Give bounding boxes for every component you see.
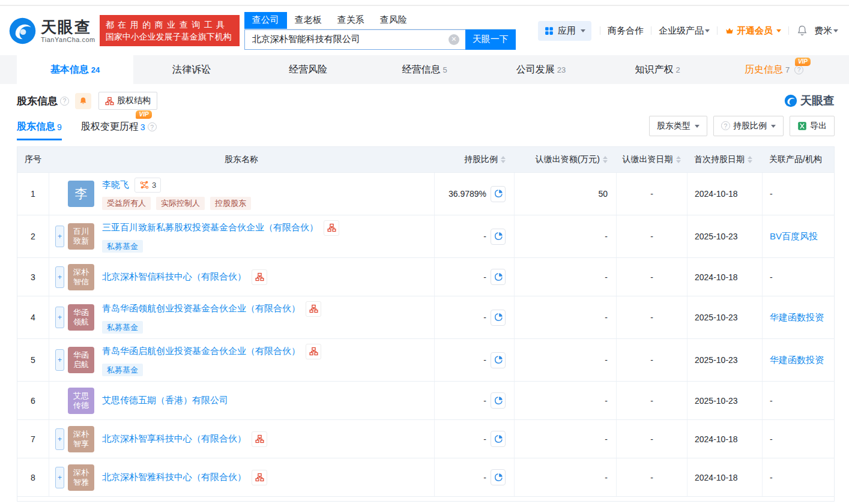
clear-icon[interactable]: ✕ xyxy=(449,34,459,45)
related-product-link[interactable]: 华建函数投资 xyxy=(770,355,824,366)
shareholder-name-link[interactable]: 艾思传德五期（香港）有限公司 xyxy=(102,395,228,406)
vip-badge: VIP xyxy=(136,110,151,119)
shareholder-name-link[interactable]: 北京深朴智信科技中心（有限合伙） xyxy=(102,271,246,283)
export-button[interactable]: 导出 xyxy=(790,116,835,136)
tab-operational-risk[interactable]: 经营风险 xyxy=(250,55,366,84)
pay-date-cell: - xyxy=(616,173,687,215)
expand-button[interactable]: + xyxy=(55,307,64,328)
column-header-subscribed-date[interactable]: 认缴出资日期 xyxy=(616,147,687,172)
pay-date-cell: - xyxy=(616,458,687,496)
holding-ratio-filter[interactable]: ?持股比例 xyxy=(713,116,784,136)
column-label: 关联产品/机构 xyxy=(769,154,822,165)
equity-chart-button[interactable] xyxy=(306,344,321,359)
notifications-bell-icon[interactable] xyxy=(793,25,812,37)
shareholder-cell: +深朴智享北京深朴智享科技中心（有限合伙） xyxy=(49,420,434,458)
user-menu[interactable]: 费米 xyxy=(812,25,841,37)
equity-chart-button[interactable] xyxy=(252,470,267,485)
top-nav: 应用 商务合作 企业级产品 开通会员 费米 xyxy=(538,21,841,41)
apps-button[interactable]: 应用 xyxy=(538,21,591,41)
shareholder-tag: 私募基金 xyxy=(102,240,143,253)
shareholder-name-link[interactable]: 三亚百川致新私募股权投资基金合伙企业（有限合伙） xyxy=(102,222,318,233)
shareholder-cell: +李李晓飞3受益所有人实际控制人控股股东 xyxy=(49,173,434,215)
section-header: 股东信息 ? 股权结构 天眼查 xyxy=(0,84,849,110)
related-cell: - xyxy=(762,258,834,296)
related-product-link[interactable]: BV百度风投 xyxy=(770,231,818,242)
tab-company-development[interactable]: 公司发展23 xyxy=(483,55,599,84)
vip-membership-button[interactable]: 开通会员 xyxy=(721,25,785,37)
help-icon: ? xyxy=(721,121,730,130)
sort-icon[interactable] xyxy=(501,156,506,163)
ratio-pie-button[interactable] xyxy=(491,310,506,326)
subtab-shareholders[interactable]: 股东信息9 xyxy=(17,111,62,140)
tianyancha-swirl-icon xyxy=(784,94,797,107)
expand-button[interactable]: + xyxy=(55,428,64,450)
equity-chart-button[interactable] xyxy=(324,220,339,236)
expand-button[interactable]: + xyxy=(55,266,64,288)
pie-chart-icon xyxy=(494,434,503,444)
equity-chart-button[interactable] xyxy=(306,301,321,317)
expand-button[interactable]: + xyxy=(55,349,64,371)
ratio-pie-button[interactable] xyxy=(491,269,506,285)
vip-label: 开通会员 xyxy=(737,25,773,37)
relation-graph-button[interactable]: 3 xyxy=(134,178,161,193)
tianyancha-watermark: 天眼查 xyxy=(784,93,835,109)
tab-business-info[interactable]: 经营信息5 xyxy=(366,55,483,84)
expand-button[interactable]: + xyxy=(55,226,64,247)
sort-icon[interactable] xyxy=(603,156,608,163)
tab-legal-litigation[interactable]: 法律诉讼 xyxy=(133,55,250,84)
relation-count: 3 xyxy=(152,181,156,190)
tianyancha-logo[interactable]: 天眼查 TianYanCha.com xyxy=(8,17,95,45)
page: { "ui": {"vip": "VIP", "expand": "+", "h… xyxy=(0,0,849,504)
column-header-holding-ratio[interactable]: 持股比例 xyxy=(434,147,514,172)
search-tab-company[interactable]: 查公司 xyxy=(244,12,287,29)
shareholder-section: 股东信息 ? 股权结构 天眼查 股东信息9股权变更历程3VIP? 股东类型 ?持… xyxy=(0,84,849,502)
shareholder-name-link[interactable]: 北京深朴智雅科技中心（有限合伙） xyxy=(102,472,246,483)
sort-icon[interactable] xyxy=(748,156,752,163)
row-index: 6 xyxy=(17,382,49,419)
equity-chart-button[interactable] xyxy=(252,431,267,447)
shareholder-cell: +艾思传德艾思传德五期（香港）有限公司 xyxy=(49,382,434,419)
search-tab-boss[interactable]: 查老板 xyxy=(287,12,330,29)
shareholder-type-filter[interactable]: 股东类型 xyxy=(649,116,707,136)
subscribe-bell-button[interactable] xyxy=(75,93,91,109)
expand-button[interactable]: + xyxy=(55,467,64,488)
pay-date-cell: - xyxy=(616,258,687,296)
shareholder-name-link[interactable]: 李晓飞 xyxy=(102,179,129,191)
tab-history-info[interactable]: 历史信息7VIP? xyxy=(716,55,832,84)
ratio-pie-button[interactable] xyxy=(491,229,506,245)
search-button[interactable]: 天眼一下 xyxy=(465,29,516,50)
related-product-link[interactable]: 华建函数投资 xyxy=(770,312,824,323)
help-icon[interactable]: ? xyxy=(60,97,69,106)
sort-icon[interactable] xyxy=(676,156,681,163)
table-row: 2+百川致新三亚百川致新私募股权投资基金合伙企业（有限合伙）私募基金---202… xyxy=(17,215,834,257)
enterprise-products-menu[interactable]: 企业级产品 xyxy=(655,25,713,37)
avatar: 华函领航 xyxy=(68,304,94,331)
table-row: 7+深朴智享北京深朴智享科技中心（有限合伙）---2024-10-18- xyxy=(17,419,834,458)
search-input[interactable] xyxy=(244,29,465,50)
column-header-subscribed-amount[interactable]: 认缴出资额(万元) xyxy=(514,147,616,172)
equity-chart-button[interactable] xyxy=(252,269,267,285)
tab-intellectual-property[interactable]: 知识产权2 xyxy=(599,55,716,84)
ratio-pie-button[interactable] xyxy=(491,431,506,447)
shareholder-name-link[interactable]: 青岛华函启航创业投资基金合伙企业（有限合伙） xyxy=(102,346,300,357)
search-tab-risk[interactable]: 查风险 xyxy=(372,12,415,29)
apps-label: 应用 xyxy=(558,25,576,37)
username: 费米 xyxy=(814,25,832,37)
shareholder-name-link[interactable]: 青岛华函领航创业投资基金合伙企业（有限合伙） xyxy=(102,303,300,314)
avatar: 深朴智信 xyxy=(68,264,94,290)
ratio-pie-button[interactable] xyxy=(491,186,506,202)
ratio-pie-button[interactable] xyxy=(491,352,506,368)
avatar-text: 深朴 xyxy=(73,430,89,439)
column-header-first-holding-date[interactable]: 首次持股日期 xyxy=(687,147,762,172)
ratio-pie-button[interactable] xyxy=(491,392,506,409)
main-tabbar: 基本信息24法律诉讼经营风险经营信息5公司发展23知识产权2历史信息7VIP? xyxy=(0,55,849,84)
table-controls: 股东类型 ?持股比例 导出 xyxy=(643,116,835,136)
equity-structure-button[interactable]: 股权结构 xyxy=(98,92,157,110)
ratio-pie-button[interactable] xyxy=(491,469,506,485)
search-tab-relation[interactable]: 查关系 xyxy=(330,12,372,29)
ratio-value: - xyxy=(483,396,486,406)
shareholder-name-link[interactable]: 北京深朴智享科技中心（有限合伙） xyxy=(102,433,246,445)
business-cooperation-link[interactable]: 商务合作 xyxy=(604,25,647,37)
subtab-equity-change-history[interactable]: 股权变更历程3VIP? xyxy=(81,111,157,140)
tab-basic-info[interactable]: 基本信息24 xyxy=(17,55,133,84)
